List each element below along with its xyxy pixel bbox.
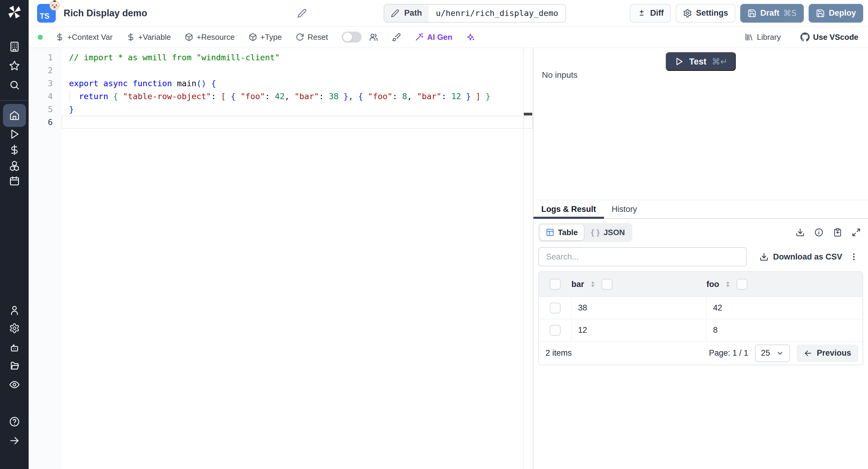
reset-button[interactable]: Reset [296,33,328,42]
table-header-row: bar foo [539,272,863,296]
code-line[interactable] [62,64,533,77]
table-footer: 2 items Page: 1 / 1 25 Pre [539,341,863,365]
cell-bar: 38 [571,297,707,319]
dollar-icon [127,33,135,41]
tab-logs-and-result[interactable]: Logs & Result [533,200,604,218]
code-line[interactable]: return { "table-row-object": [ { "foo": … [62,90,533,103]
line-number: 2 [29,64,62,77]
previous-page-button[interactable]: Previous [797,345,858,362]
library-icon [744,33,753,41]
expand-icon[interactable] [852,228,861,237]
assistant-toggle[interactable] [342,32,362,42]
sort-icon[interactable] [589,280,597,289]
topbar-actions: Diff Settings Draft ⌘S Deploy [630,4,863,23]
use-vscode-button[interactable]: Use VScode [800,32,858,42]
line-number: 6 [29,116,62,129]
info-icon[interactable] [814,228,824,237]
path-field[interactable]: Path u/henri/rich_display_demo [384,4,566,23]
column-label: bar [571,280,584,289]
sidebar-item-folders[interactable] [7,359,22,373]
play-icon [674,57,684,66]
sidebar-item-search[interactable] [7,78,22,92]
column-select-checkbox[interactable] [737,279,747,290]
draft-button[interactable]: Draft ⌘S [740,4,804,23]
sidebar-item-settings[interactable] [7,321,22,336]
save-icon [816,9,825,18]
gutter: 123456 [29,48,62,469]
users-icon [369,33,378,41]
sidebar-collapse-arrow[interactable] [7,433,22,448]
select-all-cell [539,272,571,296]
add-context-var-button[interactable]: +Context Var [56,33,113,42]
row-checkbox[interactable] [550,325,561,336]
sidebar-item-users[interactable] [7,303,22,318]
table-body: 3842128 [539,296,863,341]
copy-to-clipboard-icon[interactable] [833,228,842,237]
library-button[interactable]: Library [744,33,781,42]
table-row: 3842 [539,296,863,319]
status-dot-icon [38,35,43,40]
results-tabs: Logs & Result History [533,200,868,219]
more-options-kebab-icon[interactable] [849,252,863,261]
path-label-section[interactable]: Path [384,4,429,22]
column-select-checkbox[interactable] [601,279,613,290]
sidebar-item-variables[interactable] [7,143,22,157]
toolbar-right: Library Use VScode [744,32,863,42]
sidebar-item-workers[interactable] [7,341,22,355]
toggle-knob [343,33,352,41]
cell-foo: 42 [707,297,863,319]
code-area[interactable]: // import * as wmill from "windmill-clie… [62,48,533,469]
sidebar-item-resources[interactable] [7,159,22,173]
cell-foo: 8 [707,319,863,341]
edit-title-pencil-icon[interactable] [297,8,307,18]
add-variable-button[interactable]: +Variable [127,33,171,42]
sidebar-item-workspace[interactable] [7,39,22,54]
add-resource-button[interactable]: +Resource [185,33,235,42]
search-input[interactable] [538,247,747,267]
result-table: bar foo 3842128 [538,271,863,365]
view-json-button[interactable]: { } JSON [585,224,631,240]
view-table-button[interactable]: Table [540,224,584,240]
sidebar-item-home[interactable] [3,104,26,127]
sidebar-item-favorites[interactable] [7,59,22,73]
sparkles-button[interactable] [466,33,475,41]
download-result-icon[interactable] [796,228,805,237]
save-icon [747,9,756,18]
main-column: TS Rich Display demo Path u/henri/rich_d… [29,0,868,469]
add-type-button[interactable]: +Type [249,33,282,42]
github-icon [800,32,810,42]
ai-gen-button[interactable]: AI Gen [415,33,453,42]
row-checkbox[interactable] [550,303,561,313]
view-toggle: Table { } JSON [538,223,632,242]
select-all-checkbox[interactable] [550,279,561,290]
indent-guide [70,90,70,102]
code-line[interactable]: } [62,103,533,116]
code-line[interactable] [62,116,533,129]
sidebar-item-help[interactable] [7,414,22,429]
code-line[interactable]: // import * as wmill from "windmill-clie… [62,51,533,64]
page-size-select[interactable]: 25 [755,345,790,362]
result-action-icons [796,228,863,237]
sidebar-item-runs[interactable] [7,127,22,142]
code-editor[interactable]: 123456 // import * as wmill from "windmi… [29,48,533,469]
test-shortcut: ⌘↵ [712,57,727,67]
tab-history[interactable]: History [604,200,645,218]
deploy-button[interactable]: Deploy [809,4,863,23]
multiplayer-button[interactable] [369,33,378,41]
sort-icon[interactable] [724,280,732,289]
sidebar-item-schedules[interactable] [7,174,22,188]
diff-icon [637,9,646,18]
download-csv-button[interactable]: Download as CSV [760,252,842,262]
format-button[interactable] [392,33,401,41]
diff-button[interactable]: Diff [630,4,671,23]
sidebar-item-audit-logs[interactable] [7,377,22,392]
path-value[interactable]: u/henri/rich_display_demo [429,4,565,22]
cell-bar: 12 [571,319,707,341]
language-badge: TS [37,4,56,23]
test-button[interactable]: Test ⌘↵ [666,52,736,71]
settings-button[interactable]: Settings [676,4,735,23]
windmill-logo-icon[interactable] [6,4,23,21]
content-row: 123456 // import * as wmill from "windmi… [29,48,868,469]
column-header-bar: bar [571,279,707,290]
code-line[interactable]: export async function main() { [62,77,533,90]
